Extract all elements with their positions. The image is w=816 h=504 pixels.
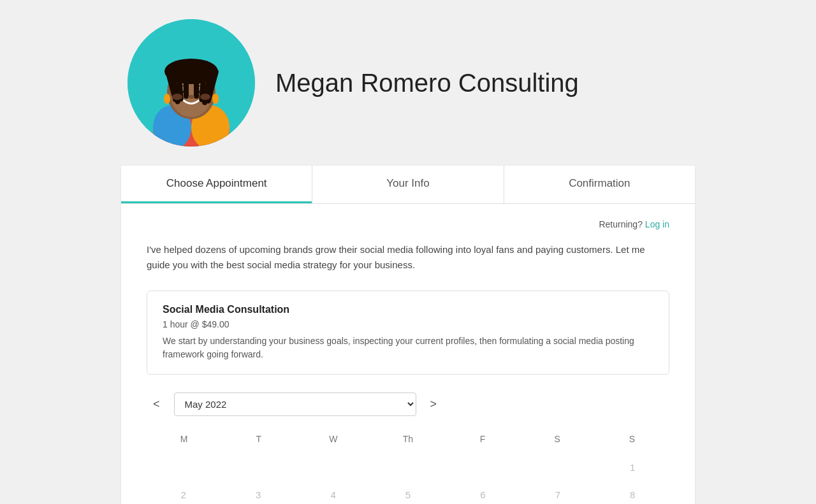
cal-day-8: 8 [596, 482, 669, 504]
calendar-grid: 1 2 3 4 5 6 7 8 9 10 11 12 13 14 15 [147, 454, 669, 504]
svg-point-23 [172, 94, 182, 100]
cal-day-empty [446, 454, 520, 480]
day-header-S1: S [520, 429, 595, 449]
returning-row: Returning? Log in [147, 219, 669, 229]
month-select[interactable]: May 2022 June 2022 July 2022 August 2022 [174, 392, 416, 416]
tab-your-info[interactable]: Your Info [312, 166, 503, 203]
brand-title: Megan Romero Consulting [275, 69, 579, 97]
consultant-description: I've helped dozens of upcoming brands gr… [147, 242, 669, 273]
day-header-Th: Th [370, 429, 445, 449]
day-header-W: W [296, 429, 370, 449]
cal-day-6: 6 [446, 482, 520, 504]
day-header-S2: S [595, 429, 669, 449]
cal-day-empty [296, 454, 370, 480]
calendar: M T W Th F S S 1 [147, 429, 669, 504]
next-month-button[interactable]: > [424, 395, 444, 414]
cal-day-empty [521, 454, 594, 480]
day-header-T: T [221, 429, 296, 449]
svg-rect-16 [194, 64, 199, 99]
day-header-M: M [147, 429, 221, 449]
cal-day-7: 7 [521, 482, 594, 504]
svg-point-22 [188, 95, 194, 99]
svg-point-24 [200, 94, 210, 100]
service-card[interactable]: Social Media Consultation 1 hour @ $49.0… [147, 291, 669, 375]
cal-day-empty [371, 454, 444, 480]
cal-day-1: 1 [596, 454, 669, 480]
returning-text: Returning? [599, 219, 643, 229]
service-price: 1 hour @ $49.00 [163, 319, 653, 329]
tab-confirmation[interactable]: Confirmation [504, 166, 695, 203]
cal-day-2: 2 [147, 482, 220, 504]
main-card: Choose Appointment Your Info Confirmatio… [121, 166, 695, 504]
profile-avatar [127, 19, 255, 147]
tab-choose-appointment[interactable]: Choose Appointment [121, 166, 312, 203]
login-link[interactable]: Log in [645, 219, 669, 229]
svg-point-20 [164, 94, 170, 104]
calendar-nav: < May 2022 June 2022 July 2022 August 20… [147, 392, 669, 416]
prev-month-button[interactable]: < [147, 395, 166, 414]
cal-day-empty [147, 454, 220, 480]
service-name: Social Media Consultation [163, 304, 653, 315]
svg-point-21 [212, 94, 219, 104]
service-description: We start by understanding your business … [163, 335, 653, 361]
tab-content: Returning? Log in I've helped dozens of … [121, 204, 695, 504]
cal-day-3: 3 [221, 482, 295, 504]
day-header-F: F [446, 429, 520, 449]
cal-day-4: 4 [296, 482, 370, 504]
svg-rect-15 [184, 64, 189, 99]
cal-day-empty [221, 454, 295, 480]
calendar-day-headers: M T W Th F S S [147, 429, 669, 449]
cal-day-5: 5 [371, 482, 444, 504]
tabs-bar: Choose Appointment Your Info Confirmatio… [121, 166, 695, 204]
